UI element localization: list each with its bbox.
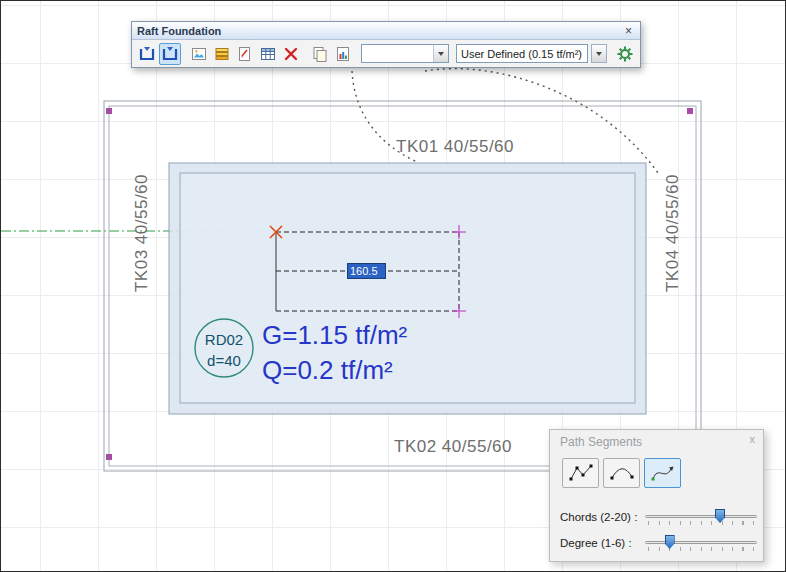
chords-label: Chords (2-20) :: [560, 511, 637, 523]
chevron-down-icon: [438, 52, 444, 56]
raft-draw-icon[interactable]: [136, 43, 158, 65]
load-g-text: G=1.15 tf/m²: [262, 320, 407, 351]
settings-gear-icon[interactable]: [614, 43, 636, 65]
toolbar-body: User Defined (0.15 tf/m²): [132, 40, 640, 67]
leader-arc: [352, 69, 658, 173]
load-combobox-arrow[interactable]: [591, 44, 607, 63]
raft-tag-thickness: d=40: [194, 352, 254, 369]
panel-title: Path Segments: [560, 435, 642, 449]
arc-segment-button[interactable]: [603, 458, 640, 488]
delete-icon[interactable]: [280, 43, 302, 65]
load-combobox[interactable]: User Defined (0.15 tf/m²): [456, 44, 588, 63]
degree-slider[interactable]: [645, 534, 757, 552]
layers-icon[interactable]: [211, 43, 233, 65]
degree-label: Degree (1-6) :: [560, 537, 632, 549]
image-preview-icon[interactable]: [188, 43, 210, 65]
copy-page-icon[interactable]: [309, 43, 331, 65]
toolbar-titlebar[interactable]: Raft Foundation ×: [132, 22, 640, 40]
table-icon[interactable]: [257, 43, 279, 65]
dimension-input[interactable]: [347, 263, 386, 279]
toolbar-title: Raft Foundation: [137, 25, 622, 37]
report-chart-icon[interactable]: [332, 43, 354, 65]
toolbar-close-button[interactable]: ×: [622, 25, 635, 37]
load-q-text: Q=0.2 tf/m²: [262, 355, 393, 386]
chords-slider-track[interactable]: [645, 515, 757, 518]
preset-combobox[interactable]: [361, 44, 449, 63]
panel-close-button[interactable]: x: [750, 433, 756, 445]
beam-label-bottom: TK02 40/55/60: [394, 437, 512, 457]
raft-tag-name: RD02: [194, 331, 254, 348]
beam-label-left: TK03 40/55/60: [132, 172, 152, 294]
raft-draw-select-icon[interactable]: [159, 43, 181, 65]
degree-slider-ticks: [648, 547, 754, 551]
app-window: TK01 40/55/60 TK02 40/55/60 TK03 40/55/6…: [0, 0, 786, 572]
chords-slider[interactable]: [645, 508, 757, 526]
polyline-segment-button[interactable]: [562, 458, 599, 488]
chords-slider-ticks: [648, 521, 754, 525]
path-segments-panel: Path Segments x: [549, 429, 764, 562]
spline-segment-button[interactable]: [644, 458, 681, 488]
raft-foundation-toolbar: Raft Foundation ×: [131, 21, 641, 68]
beam-label-top: TK01 40/55/60: [396, 137, 514, 157]
segment-type-buttons: [562, 458, 681, 488]
preset-combobox-arrow[interactable]: [433, 45, 448, 62]
page-edit-icon[interactable]: [234, 43, 256, 65]
load-combobox-value: User Defined (0.15 tf/m²): [457, 48, 587, 60]
beam-label-right: TK04 40/55/60: [663, 172, 683, 294]
chevron-down-icon: [596, 52, 602, 56]
degree-slider-track[interactable]: [645, 541, 757, 544]
